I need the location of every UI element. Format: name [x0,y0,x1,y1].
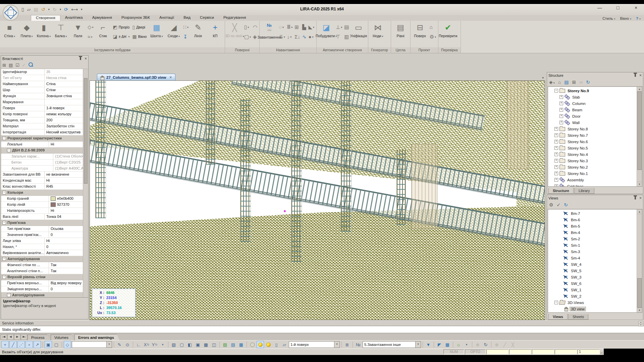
measure-line-icon[interactable]: ╱ [501,341,508,348]
views-list-item[interactable]: Bm-6 [548,217,637,223]
close-panel-icon[interactable]: × [639,74,642,77]
menu-?[interactable]: ?▾ [636,16,641,20]
ortho-icon[interactable]: ∟ [135,341,142,348]
grid-table-icon[interactable]: ▦ [237,341,245,348]
structure-tab-Library[interactable]: Library [574,188,594,194]
view-shaded-icon[interactable]: ◧ [186,341,194,348]
grid-points-icon[interactable]: ∷▾ [182,23,189,31]
stairs-button[interactable]: ◢Сходи▾ [165,21,182,39]
door-button[interactable]: ▯Двері [131,24,148,31]
property-row[interactable]: ШарСтіни [1,87,83,93]
property-value[interactable]: Автоматично [45,250,83,256]
structure-tree-item[interactable]: +Door [548,113,637,119]
views-list-item[interactable]: Sm-4 [548,255,637,261]
pin-icon[interactable] [635,196,636,199]
line-button[interactable]: ✎Лінія [190,21,206,38]
expand-icon[interactable]: + [559,121,563,124]
apply-house-icon[interactable]: ⌂ [455,341,462,348]
pin-icon[interactable] [80,57,81,60]
erase-icon[interactable]: ╳ [509,341,517,348]
property-value[interactable]: 927370 [49,202,83,207]
structure-tree-item[interactable]: +Storey No.1 [548,170,637,177]
property-value[interactable]: Осьова [49,226,83,232]
property-value[interactable]: Від верху поверху [49,280,83,286]
property-value[interactable] [45,99,83,105]
property-row[interactable]: ІнтерпретаціяНесний конструктив [1,129,83,135]
3d-viewport[interactable]: X :6846Y :23154Z :-31350L :39570.16Ux :7… [90,80,545,320]
structure-tree-item[interactable]: +Storey No.4 [548,151,637,158]
property-section[interactable]: −Автопідрізування [1,256,83,262]
dome-icon[interactable]: ◠ [252,23,258,31]
property-value[interactable]: 35 [45,69,83,75]
close-panel-icon[interactable]: × [639,196,642,200]
refresh-icon[interactable]: ↻ [586,79,590,85]
scroll-down-icon[interactable]: ▾ [637,182,642,186]
storey-visibility-icon[interactable]: ▱ [281,341,288,348]
book-green-icon[interactable]: ▤ [221,341,229,348]
refresh-icon[interactable]: ↻ [564,202,568,207]
resize-grip[interactable] [600,352,603,355]
structure-tree-item[interactable]: +Slab [548,94,637,100]
structure-tree-item[interactable]: +Wall [548,119,637,126]
structure-tree-item[interactable]: +Beam [548,107,637,113]
joint-button[interactable]: ⌐Стик [95,21,111,38]
expand-icon[interactable]: + [554,172,558,175]
storey-button[interactable]: ⊟Поверх [412,21,428,38]
property-row[interactable]: Клас вогнестійкостіR45 [1,184,83,190]
move-icon[interactable]: ⊕ [474,341,481,348]
property-row[interactable]: НайменуванняСтіна [1,81,83,87]
property-row[interactable]: Бетон(1)Верт С20/25 [1,160,83,166]
property-row[interactable]: Конденсація масНі [1,178,83,184]
property-value[interactable]: Несна стіна [45,75,83,81]
property-row[interactable]: Вага лініїТонка 04 [1,214,83,220]
expand-icon[interactable]: + [554,178,558,182]
rebar-icon[interactable]: ≈▾ [87,33,94,41]
structure-scrollbar[interactable]: ▴ ▾ [637,87,642,186]
structure-tree-item[interactable]: +Storey No.2 [548,164,637,170]
expand-icon[interactable]: + [559,102,563,105]
apply-icon[interactable]: ✓ [22,63,26,68]
load-line-icon[interactable]: Ⅲ▾ [286,23,293,31]
expand-icon[interactable]: + [554,153,558,156]
house-icon[interactable]: ⌂ [429,23,437,31]
load-area-icon[interactable]: ◌▾ [278,23,286,31]
collapse-icon[interactable]: − [2,136,6,140]
scrollbar-thumb[interactable] [637,92,642,170]
tab-Вид[interactable]: Вид [179,15,195,21]
snap-line-icon[interactable]: ╱ [9,341,17,348]
select-filter-icon[interactable]: ◤ [436,341,443,348]
property-value[interactable]: (1)Верт С20/25 [53,160,83,165]
structure-tree-item[interactable]: +Storey No.6 [548,138,637,145]
pile-button[interactable]: ▼Паля [70,21,86,38]
property-value[interactable]: Так [49,262,83,268]
scroll-down-icon[interactable]: ▾ [638,323,643,326]
property-row[interactable]: Лице зліваНі [1,238,83,244]
scroll-up-icon[interactable]: ▴ [637,209,642,214]
list-view-icon[interactable]: ▤ [9,63,13,68]
close-panel-icon[interactable]: × [85,57,87,60]
expand-icon[interactable]: + [554,133,558,137]
property-row[interactable]: ФункціяЗовнішня стіна [1,93,83,99]
tab-Армування[interactable]: Армування [88,15,117,21]
scrollbar-thumb[interactable] [84,78,88,184]
property-value[interactable]: 0 [45,244,83,250]
check-model-button[interactable]: ✔Перевірити [440,21,456,38]
tab-Розрахунок ЗБК[interactable]: Розрахунок ЗБК [117,15,155,21]
foundation-icon[interactable]: ⊥▾ [335,23,343,31]
property-section[interactable]: −Розрахункові характеристики [1,135,83,141]
scroll-up-icon[interactable]: ▴ [637,87,642,92]
view-wireframe-icon[interactable]: ▧ [170,341,177,348]
property-row[interactable]: Тип прив'язкиОсьова [1,226,83,232]
views-list-item[interactable]: SW_6 [548,280,637,287]
property-section[interactable]: −Прив'язка [1,220,83,226]
property-value[interactable]: 0 [49,286,83,292]
load-number-icon[interactable]: № [355,341,362,348]
delta-h-button[interactable]: ◪± ΔН▾ [112,33,131,40]
view-section-icon[interactable]: ◫ [210,341,218,348]
add-to-view-icon[interactable]: ⊞ [572,79,576,85]
search-icon[interactable] [29,62,33,68]
property-row[interactable]: Нахил, °0 [1,244,83,250]
property-row[interactable]: Аналітичної стіни п...Так [1,268,83,274]
load-sum-icon[interactable]: Σ↓ [294,33,301,41]
tab-list-dropdown-icon[interactable]: ▾ [542,76,544,79]
